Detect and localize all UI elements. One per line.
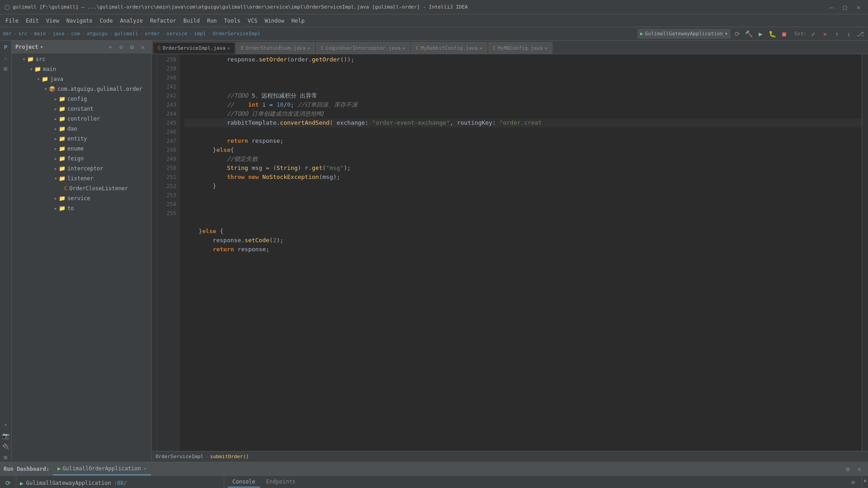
git-push-btn[interactable]: ↑ bbox=[832, 29, 842, 39]
toolbar: der › src › main › java › com › atguigu … bbox=[0, 27, 868, 41]
git-check-btn[interactable]: ✓ bbox=[808, 29, 818, 39]
menu-item-refactor[interactable]: Refactor bbox=[146, 17, 180, 25]
run-config-dropdown[interactable]: ▶ GulimallGatewayApplication ▾ bbox=[637, 29, 730, 39]
tab-myrabbitconfig[interactable]: C MyRabbitConfig.java ✕ bbox=[411, 42, 487, 54]
git-branch-btn[interactable]: ⎇ bbox=[855, 29, 865, 39]
menu-item-window[interactable]: Window bbox=[261, 17, 288, 25]
project-settings-btn[interactable]: ⚙ bbox=[127, 42, 137, 52]
tree-item-listener[interactable]: ▾ 📁 listener bbox=[12, 174, 151, 183]
git-x-btn[interactable]: ✕ bbox=[820, 29, 830, 39]
git-pull-btn[interactable]: ↓ bbox=[844, 29, 854, 39]
tree-label-ocl: OrderCloseListener bbox=[69, 185, 128, 192]
console-tab-endpoints[interactable]: Endpoints bbox=[262, 477, 300, 488]
project-dropdown[interactable]: ▾ bbox=[40, 44, 43, 50]
tree-item-service[interactable]: ▸ 📁 service bbox=[12, 193, 151, 203]
plugin-icon[interactable]: 🔌 bbox=[1, 442, 10, 451]
menu-item-edit[interactable]: Edit bbox=[22, 17, 42, 25]
tab-close-3[interactable]: ✕ bbox=[402, 46, 405, 51]
tree-label-listener: listener bbox=[67, 175, 94, 182]
restart-btn[interactable]: ⟳ bbox=[3, 478, 14, 488]
bookmark-icon[interactable]: ☆ bbox=[1, 53, 10, 62]
run-tab-close[interactable]: ✕ bbox=[144, 466, 146, 471]
structure-icon[interactable]: ⊞ bbox=[1, 64, 10, 73]
code-editor[interactable]: 238 239 240 241 242 243 244 245 246 247 … bbox=[152, 54, 868, 451]
tab-orderstatusenum[interactable]: E OrderStatusEnum.java ✕ bbox=[236, 42, 315, 54]
menu-item-tools[interactable]: Tools bbox=[221, 17, 244, 25]
run-config-icon: ▶ bbox=[640, 31, 643, 37]
breadcrumb-der: der bbox=[3, 31, 12, 37]
tree-label-controller: controller bbox=[67, 116, 100, 122]
project-view-icon[interactable]: P bbox=[1, 42, 10, 52]
project-locate-btn[interactable]: ⊙ bbox=[116, 42, 126, 52]
tab-loginuserinterceptor[interactable]: C LoginUserInterceptor.java ✕ bbox=[316, 42, 410, 54]
breadcrumb-src: src bbox=[19, 31, 28, 37]
left-sidebar-icons: P ☆ ⊞ ⭑ 📷 🔌 ⊞ bbox=[0, 41, 12, 462]
project-add-btn[interactable]: + bbox=[105, 42, 115, 52]
tree-item-interceptor[interactable]: ▸ 📁 interceptor bbox=[12, 164, 151, 174]
refresh-btn[interactable]: ⟳ bbox=[732, 29, 742, 39]
breadcrumb-main: main bbox=[34, 31, 46, 37]
tree-item-src[interactable]: ▾ 📁 src bbox=[12, 54, 151, 64]
java-icon-ocl: C bbox=[64, 185, 67, 192]
tab-close-4[interactable]: ✕ bbox=[480, 46, 482, 51]
menu-item-view[interactable]: View bbox=[42, 17, 63, 25]
tree-item-feign[interactable]: ▸ 📁 feign bbox=[12, 154, 151, 164]
code-content[interactable]: response.setOrder(order.getOrder()); //T… bbox=[180, 54, 862, 451]
tree-item-controller[interactable]: ▸ 📁 controller bbox=[12, 114, 151, 124]
tab-mymqconfig[interactable]: C MyMQConfig.java ✕ bbox=[488, 42, 552, 54]
favorites-icon[interactable]: ⭑ bbox=[1, 420, 10, 429]
menu-item-file[interactable]: File bbox=[2, 17, 22, 25]
tab-orderserviceimpl[interactable]: C OrderServiceImpl.java ✕ bbox=[153, 42, 235, 54]
console-tab-console[interactable]: Console bbox=[228, 477, 260, 488]
tree-item-enume[interactable]: ▸ 📁 enume bbox=[12, 144, 151, 154]
menu-item-help[interactable]: Help bbox=[288, 17, 308, 25]
stop-btn[interactable]: ■ bbox=[779, 29, 789, 39]
breadcrumb-file: OrderServiceImpl bbox=[212, 31, 260, 37]
editor-breadcrumb: OrderServiceImpl › submitOrder() bbox=[152, 451, 868, 462]
scroll-up-arrow[interactable]: ▲ bbox=[863, 478, 866, 483]
service-gateway[interactable]: ▶ GulimallGatewayApplication :88/ bbox=[16, 478, 224, 488]
close-button[interactable]: ✕ bbox=[854, 2, 863, 12]
tree-label-entity: entity bbox=[67, 136, 87, 142]
tree-label-src: src bbox=[36, 56, 46, 62]
minimize-button[interactable]: — bbox=[826, 2, 836, 12]
tree-item-package[interactable]: ▾ 📦 com.atguigu.gulimall.order bbox=[12, 84, 151, 94]
console-scrollbar[interactable]: ▲ ▼ bbox=[862, 476, 868, 488]
tree-item-config[interactable]: ▸ 📁 config bbox=[12, 94, 151, 104]
bottom-close-btn[interactable]: ✕ bbox=[854, 464, 864, 474]
build-btn[interactable]: 🔨 bbox=[744, 29, 754, 39]
menu-item-analyze[interactable]: Analyze bbox=[116, 17, 146, 25]
pkg-icon-order: 📦 bbox=[49, 86, 56, 92]
console-scroll-right[interactable]: ≡ bbox=[848, 477, 858, 487]
tree-item-ordercloselistener[interactable]: C OrderCloseListener bbox=[12, 183, 151, 193]
tree-item-java[interactable]: ▾ 📁 java bbox=[12, 74, 151, 84]
tab-close-5[interactable]: ✕ bbox=[545, 46, 547, 51]
tree-item-entity[interactable]: ▸ 📁 entity bbox=[12, 134, 151, 144]
tab-close-2[interactable]: ✕ bbox=[307, 46, 310, 51]
menu-item-code[interactable]: Code bbox=[96, 17, 117, 25]
maximize-button[interactable]: □ bbox=[840, 2, 850, 12]
folder-icon-controller: 📁 bbox=[59, 116, 66, 122]
tree-item-main[interactable]: ▾ 📁 main bbox=[12, 64, 151, 74]
service-port-gateway: :88/ bbox=[114, 480, 127, 486]
run-btn[interactable]: ▶ bbox=[756, 29, 766, 39]
menu-item-vcs[interactable]: VCS bbox=[244, 17, 261, 25]
tree-item-to[interactable]: ▸ 📁 to bbox=[12, 203, 151, 213]
tree-label-java: java bbox=[50, 76, 63, 82]
folder-icon-constant: 📁 bbox=[59, 106, 66, 112]
run-app-tab[interactable]: ▶ GulimallOrderApplication ✕ bbox=[53, 463, 151, 475]
camera-icon[interactable]: 📷 bbox=[1, 431, 10, 440]
menu-item-build[interactable]: Build bbox=[180, 17, 203, 25]
tab-close-1[interactable]: ✕ bbox=[227, 46, 230, 51]
debug-btn[interactable]: 🐛 bbox=[768, 29, 778, 39]
tab-icon-3: C bbox=[321, 45, 324, 51]
menu-item-run[interactable]: Run bbox=[203, 17, 221, 25]
gutter bbox=[152, 54, 157, 451]
project-close-btn[interactable]: ✕ bbox=[138, 42, 148, 52]
bottom-settings-btn[interactable]: ⚙ bbox=[843, 464, 853, 474]
menu-item-navigate[interactable]: Navigate bbox=[63, 17, 96, 25]
tree-item-dao[interactable]: ▸ 📁 dao bbox=[12, 124, 151, 134]
tree-item-constant[interactable]: ▸ 📁 constant bbox=[12, 104, 151, 114]
bottom-content: ⟳ ▲ ▼ ⊞ ⊟ ■ ▶ GulimallGatewayApplication… bbox=[0, 476, 868, 488]
terminal-side-icon[interactable]: ⊞ bbox=[1, 453, 10, 462]
